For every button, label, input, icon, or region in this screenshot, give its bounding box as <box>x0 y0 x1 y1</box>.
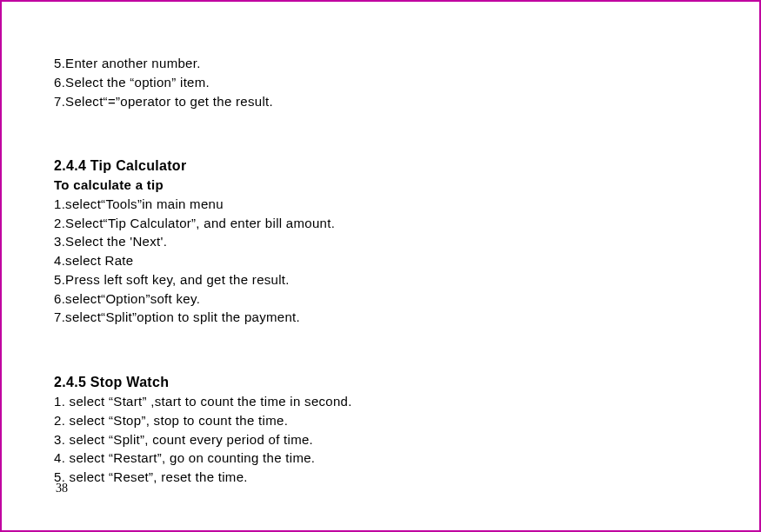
text-line: 2.4.5 Stop Watch <box>54 372 707 392</box>
text-line: 2.Select“Tip Calculator”, and enter bill… <box>54 214 707 233</box>
text-line: 2.4.4 Tip Calculator <box>54 156 707 176</box>
text-line: 2. select “Stop”, stop to count the time… <box>54 411 707 430</box>
text-line: 3. select “Split”, count every period of… <box>54 430 707 449</box>
text-line: 7.Select“=”operator to get the result. <box>54 92 707 111</box>
text-line: 1. select “Start” ,start to count the ti… <box>54 392 707 411</box>
text-line: 1.select“Tools”in main menu <box>54 195 707 214</box>
text-line: 6.Select the “option” item. <box>54 73 707 92</box>
text-line: 3.Select the 'Next'. <box>54 232 707 251</box>
text-line: 5. select “Reset”, reset the time. <box>54 468 707 487</box>
text-line: To calculate a tip <box>54 176 707 195</box>
text-line <box>54 123 707 143</box>
text-line: 4.select Rate <box>54 251 707 270</box>
text-line: 5.Press left soft key, and get the resul… <box>54 270 707 289</box>
text-line: 6.select“Option”soft key. <box>54 289 707 309</box>
text-line <box>54 340 707 359</box>
text-line: 5.Enter another number. <box>54 54 707 73</box>
document-content: 5.Enter another number.6.Select the “opt… <box>54 54 707 487</box>
text-line: 4. select “Restart”, go on counting the … <box>54 449 707 468</box>
document-page: 5.Enter another number.6.Select the “opt… <box>0 0 761 532</box>
text-line: 7.select“Split”option to split the payme… <box>54 308 707 327</box>
page-number: 38 <box>56 482 68 495</box>
